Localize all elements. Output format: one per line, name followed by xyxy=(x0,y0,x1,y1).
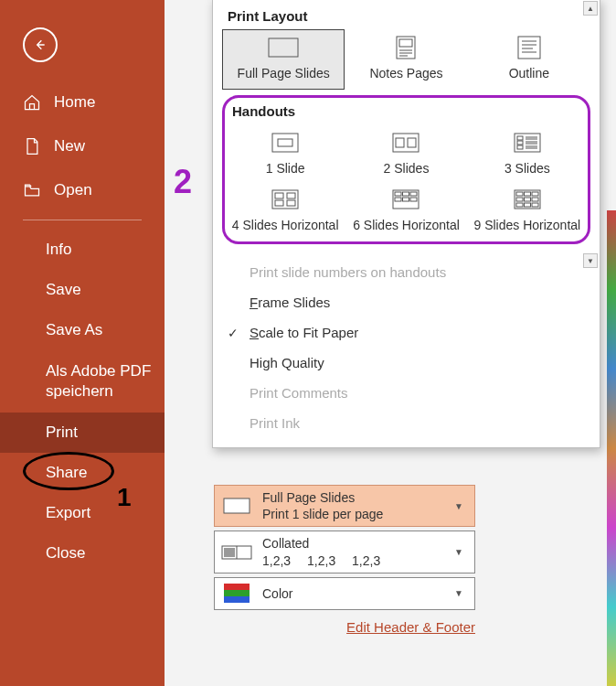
handout-1-icon xyxy=(267,130,303,155)
notes-pages-icon xyxy=(388,35,424,60)
svg-rect-41 xyxy=(532,192,538,196)
handout-1-slide[interactable]: 1 Slide xyxy=(225,124,345,181)
collated-icon xyxy=(220,541,253,564)
nav-save[interactable]: Save xyxy=(0,270,165,310)
svg-rect-29 xyxy=(275,200,283,206)
layout-label: Outline xyxy=(509,66,549,80)
handout-9-icon xyxy=(509,187,546,212)
handouts-highlight: Handouts 1 Slide 2 Slides xyxy=(222,95,590,244)
nav-label: Home xyxy=(54,93,95,112)
slide-preview-strip xyxy=(607,210,616,686)
svg-rect-34 xyxy=(410,192,417,196)
nav-export[interactable]: Export xyxy=(0,493,165,533)
color-dropdown[interactable]: Color ▼ xyxy=(214,577,475,610)
svg-rect-47 xyxy=(532,203,538,207)
full-page-thumb-icon xyxy=(220,494,253,518)
handout-6-horizontal[interactable]: 6 Slides Horizontal xyxy=(345,181,466,238)
print-layout-heading: Print Layout xyxy=(213,0,600,29)
layout-notes-pages[interactable]: Notes Pages xyxy=(345,29,467,90)
handout-2-icon xyxy=(388,130,424,155)
svg-rect-51 xyxy=(224,548,235,557)
nav-print[interactable]: Print xyxy=(0,413,165,453)
nav-label: New xyxy=(54,137,85,155)
nav-adobe-pdf[interactable]: Als Adobe PDF speichern xyxy=(0,350,165,413)
chevron-down-icon: ▼ xyxy=(449,588,469,598)
svg-rect-42 xyxy=(516,198,523,201)
handout-label: 9 Slides Horizontal xyxy=(473,218,580,232)
dropdown-text: Full Page Slides Print 1 slide per page xyxy=(253,489,449,522)
svg-rect-11 xyxy=(272,134,298,152)
nav-open[interactable]: Open xyxy=(0,168,165,212)
svg-rect-32 xyxy=(395,192,401,196)
dropdown-text: Collated 1,2,3 1,2,3 1,2,3 xyxy=(253,535,449,568)
print-layout-flyout: ▲ Print Layout Full Page Slides Notes Pa… xyxy=(212,0,600,448)
option-frame-slides[interactable]: Frame Slides xyxy=(213,287,600,317)
new-doc-icon xyxy=(23,137,41,155)
nav-share[interactable]: Share xyxy=(0,453,165,493)
svg-rect-54 xyxy=(224,596,250,603)
layout-full-page-slides[interactable]: Full Page Slides xyxy=(222,29,345,90)
svg-rect-2 xyxy=(399,39,412,47)
layout-outline[interactable]: Outline xyxy=(468,29,590,90)
option-print-ink: Print Ink xyxy=(213,408,600,438)
handout-4-icon xyxy=(267,187,303,212)
scroll-up-button[interactable]: ▲ xyxy=(583,1,598,16)
svg-rect-48 xyxy=(224,498,250,513)
svg-rect-39 xyxy=(516,192,523,196)
svg-rect-28 xyxy=(287,193,295,198)
svg-rect-15 xyxy=(408,138,416,147)
handout-label: 6 Slides Horizontal xyxy=(353,218,460,232)
svg-rect-37 xyxy=(410,198,417,201)
svg-rect-36 xyxy=(403,198,409,201)
svg-rect-17 xyxy=(517,136,523,140)
chevron-down-icon: ▼ xyxy=(449,501,469,511)
svg-rect-33 xyxy=(403,192,409,196)
full-page-icon xyxy=(265,35,302,60)
nav-save-as[interactable]: Save As xyxy=(0,310,165,350)
handout-6-icon xyxy=(388,187,424,212)
svg-rect-46 xyxy=(524,203,530,207)
svg-rect-19 xyxy=(517,145,523,149)
home-icon xyxy=(23,93,41,112)
nav-close[interactable]: Close xyxy=(0,533,165,573)
svg-rect-53 xyxy=(224,590,250,596)
handout-4-horizontal[interactable]: 4 Slides Horizontal xyxy=(225,181,345,238)
folder-open-icon xyxy=(23,181,41,199)
nav-new[interactable]: New xyxy=(0,124,165,168)
handouts-heading: Handouts xyxy=(225,102,588,124)
svg-rect-13 xyxy=(393,134,419,152)
divider xyxy=(23,220,142,220)
svg-rect-45 xyxy=(516,203,523,207)
option-text: Scale to Fit Paper xyxy=(250,325,358,340)
svg-rect-38 xyxy=(515,190,540,209)
handout-2-slides[interactable]: 2 Slides xyxy=(345,124,466,181)
option-high-quality[interactable]: High Quality xyxy=(213,348,600,378)
page-layout-dropdown[interactable]: Full Page Slides Print 1 slide per page … xyxy=(214,485,475,527)
svg-rect-0 xyxy=(269,38,298,57)
svg-rect-52 xyxy=(224,584,250,590)
handout-9-horizontal[interactable]: 9 Slides Horizontal xyxy=(467,181,588,238)
svg-rect-30 xyxy=(287,200,295,206)
handout-3-icon xyxy=(509,130,546,155)
nav-home[interactable]: Home xyxy=(0,80,165,124)
outline-icon xyxy=(511,35,547,60)
svg-rect-44 xyxy=(532,198,538,201)
svg-rect-35 xyxy=(395,198,401,201)
edit-header-footer-link[interactable]: Edit Header & Footer xyxy=(214,614,475,635)
chevron-down-icon: ▼ xyxy=(449,547,469,557)
svg-rect-12 xyxy=(278,139,292,146)
option-scale-fit[interactable]: ✓Scale to Fit Paper xyxy=(213,317,600,348)
svg-rect-31 xyxy=(393,190,419,209)
svg-rect-14 xyxy=(396,138,404,147)
option-print-comments: Print Comments xyxy=(213,378,600,408)
dropdown-text: Color xyxy=(253,585,449,602)
handout-label: 1 Slide xyxy=(266,161,305,176)
back-button[interactable] xyxy=(23,27,58,62)
collate-dropdown[interactable]: Collated 1,2,3 1,2,3 1,2,3 ▼ xyxy=(214,531,475,573)
backstage-sidebar: Home New Open Info Save Save As Als Adob… xyxy=(0,0,165,686)
handout-label: 3 Slides xyxy=(504,161,550,176)
print-settings-group: Full Page Slides Print 1 slide per page … xyxy=(214,485,475,635)
nav-label: Open xyxy=(54,181,92,199)
handout-3-slides[interactable]: 3 Slides xyxy=(467,124,588,181)
nav-info[interactable]: Info xyxy=(0,230,165,270)
